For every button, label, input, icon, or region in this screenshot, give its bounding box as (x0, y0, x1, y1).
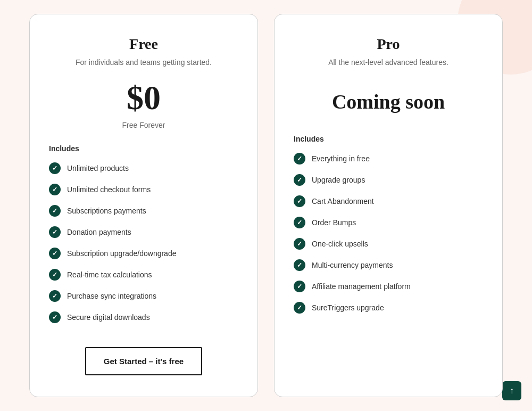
get-started-button[interactable]: Get Started – it's free (85, 347, 202, 375)
free-plan-card: Free For individuals and teams getting s… (29, 14, 258, 397)
list-item: Donation payments (49, 226, 238, 238)
check-icon (49, 248, 61, 259)
feature-text: Upgrade groups (312, 176, 365, 184)
pro-plan-includes-label: Includes (294, 135, 483, 143)
check-icon (49, 162, 61, 174)
free-plan-subtitle: For individuals and teams getting starte… (49, 58, 238, 67)
coming-soon-label: Coming soon (294, 90, 483, 113)
check-icon (294, 281, 305, 292)
list-item: Order Bumps (294, 217, 483, 228)
free-plan-title: Free (49, 36, 238, 53)
feature-text: Everything in free (312, 154, 370, 163)
feature-text: SureTriggers upgrade (312, 303, 384, 312)
pro-plan-feature-list: Everything in free Upgrade groups Cart A… (294, 153, 483, 375)
list-item: Everything in free (294, 153, 483, 165)
feature-text: Affiliate management platform (312, 282, 411, 291)
feature-text: Subscription upgrade/downgrade (67, 249, 176, 258)
pro-plan-title: Pro (294, 36, 483, 53)
feature-text: Unlimited checkout forms (67, 185, 151, 194)
feature-text: Donation payments (67, 228, 131, 236)
feature-text: Multi-currency payments (312, 261, 393, 269)
list-item: Real-time tax calculations (49, 269, 238, 281)
check-icon (49, 311, 61, 323)
feature-text: Real-time tax calculations (67, 270, 152, 279)
list-item: Unlimited products (49, 162, 238, 174)
check-icon (49, 269, 61, 281)
check-icon (294, 302, 305, 314)
list-item: SureTriggers upgrade (294, 302, 483, 314)
feature-text: Secure digital downloads (67, 313, 150, 322)
list-item: Upgrade groups (294, 174, 483, 186)
feature-text: Subscriptions payments (67, 207, 146, 215)
feature-text: One-click upsells (312, 240, 368, 248)
free-plan-feature-list: Unlimited products Unlimited checkout fo… (49, 162, 238, 328)
list-item: One-click upsells (294, 238, 483, 250)
check-icon (49, 226, 61, 238)
check-icon (49, 290, 61, 302)
feature-text: Cart Abandonment (312, 197, 374, 206)
list-item: Subscriptions payments (49, 205, 238, 217)
feature-text: Unlimited products (67, 164, 129, 172)
check-icon (294, 195, 305, 207)
list-item: Secure digital downloads (49, 311, 238, 323)
list-item: Affiliate management platform (294, 281, 483, 292)
free-plan-price: $0 (127, 79, 161, 117)
check-icon (49, 184, 61, 195)
pricing-container: Free For individuals and teams getting s… (19, 3, 513, 408)
list-item: Cart Abandonment (294, 195, 483, 207)
check-icon (294, 259, 305, 271)
list-item: Purchase sync integrations (49, 290, 238, 302)
check-icon (294, 217, 305, 228)
free-plan-price-display: $0 (49, 79, 238, 117)
feature-text: Purchase sync integrations (67, 292, 156, 300)
check-icon (294, 174, 305, 186)
check-icon (294, 238, 305, 250)
pro-plan-card: Pro All the next-level advanced features… (274, 14, 503, 397)
pro-plan-subtitle: All the next-level advanced features. (294, 58, 483, 67)
check-icon (49, 205, 61, 217)
list-item: Unlimited checkout forms (49, 184, 238, 195)
list-item: Subscription upgrade/downgrade (49, 248, 238, 259)
check-icon (294, 153, 305, 165)
free-plan-price-label: Free Forever (49, 121, 238, 129)
list-item: Multi-currency payments (294, 259, 483, 271)
feature-text: Order Bumps (312, 218, 356, 227)
free-plan-includes-label: Includes (49, 144, 238, 153)
